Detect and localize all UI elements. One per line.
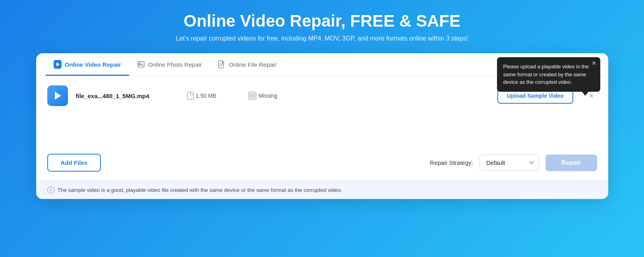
info-icon: i xyxy=(47,186,54,193)
tab-video[interactable]: Online Video Repair xyxy=(46,53,129,76)
tab-photo[interactable]: Online Photo Repair xyxy=(129,53,210,76)
file-size-area: 1.50 MB xyxy=(187,92,217,100)
repair-strategy-select[interactable]: Default Advanced xyxy=(480,155,539,171)
file-name: file_exa...480_1_5MG.mp4 xyxy=(76,93,155,99)
hero-title: Online Video Repair, FREE & SAFE xyxy=(176,12,468,30)
play-icon xyxy=(55,92,61,100)
repair-button[interactable]: Repair xyxy=(545,155,597,171)
info-bar: i The sample video is a good, playable v… xyxy=(36,180,608,199)
file-tab-icon xyxy=(218,60,226,68)
file-thumbnail xyxy=(47,85,68,106)
tab-file-label: Online File Repair xyxy=(229,61,277,68)
bottom-bar: Add Files Repair Strategy: Default Advan… xyxy=(36,147,608,180)
photo-tab-icon xyxy=(137,60,145,68)
video-tab-icon xyxy=(54,60,62,68)
tab-video-label: Online Video Repair xyxy=(65,61,121,68)
right-controls: Repair Strategy: Default Advanced Repair xyxy=(430,155,597,171)
tooltip-text: Please upload a playable video in the sa… xyxy=(503,64,589,85)
file-missing-area: Missing xyxy=(248,92,277,100)
file-status: Missing xyxy=(259,93,277,99)
missing-icon xyxy=(248,92,256,100)
file-size: 1.50 MB xyxy=(196,93,217,99)
hero-subtitle: Let's repair corrupted videos for free, … xyxy=(176,35,468,42)
info-text: The sample video is a good, playable vid… xyxy=(58,187,342,193)
hero-section: Online Video Repair, FREE & SAFE Let's r… xyxy=(176,12,468,42)
tooltip-close-button[interactable]: ✕ xyxy=(592,60,596,66)
tooltip-box: ✕ Please upload a playable video in the … xyxy=(497,57,600,92)
tab-file[interactable]: Online File Repair xyxy=(210,53,284,76)
svg-rect-0 xyxy=(138,62,144,67)
video-play-icon xyxy=(54,60,62,69)
doc-icon xyxy=(187,92,193,100)
tab-photo-label: Online Photo Repair xyxy=(148,61,202,68)
repair-strategy-label: Repair Strategy: xyxy=(430,159,473,166)
main-card: ✕ Please upload a playable video in the … xyxy=(36,53,608,199)
add-files-button[interactable]: Add Files xyxy=(47,154,101,172)
